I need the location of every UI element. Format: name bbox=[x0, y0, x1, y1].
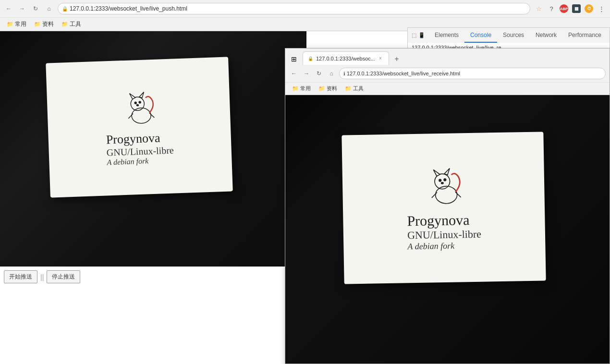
devtools-inspect-button[interactable]: ⬚ bbox=[412, 30, 416, 41]
progy-card-secondary: Progynova GNU/Linux-libre A debian fork bbox=[342, 132, 546, 284]
secondary-tab-active[interactable]: 🔒 127.0.0.1:2333/websoc... × bbox=[303, 51, 389, 65]
abp-extension-button[interactable]: ABP bbox=[559, 4, 569, 13]
new-tab-button[interactable]: + bbox=[391, 53, 403, 65]
svg-point-5 bbox=[139, 101, 141, 103]
sec-bookmark-ziliao[interactable]: 📁 资料 bbox=[316, 84, 340, 93]
sec-url-text: 127.0.0.1:2333/websocket_live/live_recei… bbox=[347, 71, 460, 76]
sec-back-button[interactable]: ← bbox=[289, 69, 299, 78]
clock-icon: ⏱ bbox=[585, 4, 593, 13]
svg-line-8 bbox=[149, 112, 154, 117]
browser-actions: ☆ ? ABP ▦ ⏱ ⋮ bbox=[534, 4, 606, 13]
devtools-tabs-row: Elements Console Sources Network Perform… bbox=[429, 28, 607, 43]
progy-title-main: Progynova GNU/Linux-libre A debian fork bbox=[106, 130, 174, 167]
sec-app-icon: ⊞ bbox=[288, 53, 300, 65]
forward-button[interactable]: → bbox=[17, 4, 27, 13]
tab-elements[interactable]: Elements bbox=[429, 28, 464, 43]
svg-marker-11 bbox=[433, 170, 440, 176]
url-text: 127.0.0.1:2333/websocket_live/live_push.… bbox=[70, 5, 187, 12]
help-button[interactable]: ? bbox=[547, 4, 556, 13]
sec-folder-icon-3: 📁 bbox=[345, 85, 352, 92]
tab-performance[interactable]: Performance bbox=[562, 28, 607, 43]
start-push-button[interactable]: 开始推送 bbox=[4, 270, 37, 283]
back-icon: ← bbox=[6, 5, 12, 12]
sec-lock-icon: ℹ bbox=[343, 71, 345, 76]
sec-bm-label-3: 工具 bbox=[353, 85, 364, 92]
folder-icon-2: 📁 bbox=[34, 21, 41, 27]
camera-feed-main: Progynova GNU/Linux-libre A debian fork bbox=[0, 31, 306, 267]
lock-icon: 🔒 bbox=[62, 6, 68, 12]
svg-point-15 bbox=[441, 182, 444, 183]
svg-marker-2 bbox=[130, 93, 135, 99]
new-tab-icon: + bbox=[394, 55, 399, 63]
button-separator: || bbox=[39, 273, 45, 281]
sec-bookmark-gongju[interactable]: 📁 工具 bbox=[342, 84, 366, 93]
folder-icon-3: 📁 bbox=[61, 21, 68, 27]
abp-icon: ABP bbox=[560, 4, 568, 13]
svg-line-16 bbox=[432, 192, 437, 197]
tab-favicon: 🔒 bbox=[308, 56, 313, 61]
bookmark-label-2: 资料 bbox=[42, 20, 54, 28]
svg-line-7 bbox=[128, 113, 133, 118]
star-icon: ☆ bbox=[536, 5, 542, 12]
secondary-chrome: ⊞ 🔒 127.0.0.1:2333/websoc... × + ← → ↻ bbox=[285, 49, 610, 95]
reload-icon: ↻ bbox=[33, 5, 38, 12]
progy-logo-secondary bbox=[421, 165, 465, 209]
help-icon: ? bbox=[549, 5, 553, 12]
sec-folder-icon-1: 📁 bbox=[292, 85, 299, 92]
svg-point-6 bbox=[136, 104, 138, 106]
sec-bookmark-changyong[interactable]: 📁 常用 bbox=[289, 84, 314, 93]
sec-tab-label: 127.0.0.1:2333/websoc... bbox=[316, 56, 375, 61]
secondary-nav-bar: ← → ↻ ⌂ ℹ 127.0.0.1:2333/websocket_live/… bbox=[285, 65, 610, 82]
menu-button[interactable]: ⋮ bbox=[597, 4, 606, 13]
sec-tab-close-button[interactable]: × bbox=[377, 55, 384, 62]
secondary-tabs-bar: ⊞ 🔒 127.0.0.1:2333/websoc... × + bbox=[285, 49, 610, 65]
svg-marker-12 bbox=[444, 168, 450, 175]
sec-reload-button[interactable]: ↻ bbox=[314, 69, 324, 78]
bookmark-item-gongju[interactable]: 📁 工具 bbox=[59, 19, 84, 29]
bookmark-item-ziliao[interactable]: 📁 资料 bbox=[31, 19, 57, 29]
tab-network[interactable]: Network bbox=[530, 28, 562, 43]
sec-forward-button[interactable]: → bbox=[302, 69, 311, 78]
sec-home-button[interactable]: ⌂ bbox=[327, 69, 336, 78]
ext2-button[interactable]: ▦ bbox=[572, 4, 581, 13]
svg-point-14 bbox=[444, 179, 446, 181]
svg-point-13 bbox=[439, 179, 441, 182]
device-icon: 📱 bbox=[418, 32, 425, 38]
back-button[interactable]: ← bbox=[4, 4, 13, 13]
secondary-content: Progynova GNU/Linux-libre A debian fork bbox=[285, 95, 610, 364]
ext2-icon: ▦ bbox=[572, 4, 581, 13]
progy-card-main: Progynova GNU/Linux-libre A debian fork bbox=[46, 57, 233, 197]
clock-extension-button[interactable]: ⏱ bbox=[584, 4, 594, 13]
title-bar: ← → ↻ ⌂ 🔒 127.0.0.1:2333/websocket_live/… bbox=[0, 0, 610, 17]
browser-chrome: ← → ↻ ⌂ 🔒 127.0.0.1:2333/websocket_live/… bbox=[0, 0, 610, 31]
address-bar[interactable]: 🔒 127.0.0.1:2333/websocket_live/live_pus… bbox=[58, 3, 530, 14]
sec-bm-label-1: 常用 bbox=[300, 85, 311, 92]
secondary-address-bar[interactable]: ℹ 127.0.0.1:2333/websocket_live/live_rec… bbox=[339, 68, 606, 79]
stop-push-button[interactable]: 停止推送 bbox=[47, 270, 80, 283]
sec-folder-icon-2: 📁 bbox=[318, 85, 325, 92]
bookmark-label-3: 工具 bbox=[70, 20, 81, 28]
tab-console[interactable]: Console bbox=[464, 28, 497, 43]
camera-feed-secondary: Progynova GNU/Linux-libre A debian fork bbox=[285, 95, 610, 364]
bookmark-star-button[interactable]: ☆ bbox=[534, 4, 544, 13]
home-button[interactable]: ⌂ bbox=[44, 4, 54, 13]
svg-marker-3 bbox=[139, 92, 144, 97]
button-bar: 开始推送 || 停止推送 bbox=[0, 267, 84, 287]
inspect-icon: ⬚ bbox=[412, 32, 416, 38]
secondary-bookmarks-bar: 📁 常用 📁 资料 📁 工具 bbox=[285, 82, 610, 95]
devtools-device-button[interactable]: 📱 bbox=[418, 30, 425, 41]
reload-button[interactable]: ↻ bbox=[31, 4, 40, 13]
tab-sources[interactable]: Sources bbox=[497, 28, 530, 43]
home-icon: ⌂ bbox=[47, 5, 50, 12]
bookmark-item-changyong[interactable]: 📁 常用 bbox=[4, 19, 29, 29]
forward-icon: → bbox=[19, 5, 25, 12]
svg-line-17 bbox=[455, 192, 461, 197]
progy-title-sec: Progynova GNU/Linux-libre A debian fork bbox=[407, 211, 481, 252]
sec-back-icon: ← bbox=[291, 70, 297, 77]
sec-forward-icon: → bbox=[304, 70, 309, 77]
secondary-browser-window: ⊞ 🔒 127.0.0.1:2333/websoc... × + ← → ↻ bbox=[285, 48, 610, 364]
devtools-top-strip: ⬚ 📱 Elements Console Sources Network Per… bbox=[407, 27, 610, 43]
svg-point-9 bbox=[435, 186, 457, 204]
sec-home-icon: ⌂ bbox=[329, 70, 333, 77]
progy-logo-main bbox=[119, 88, 159, 128]
